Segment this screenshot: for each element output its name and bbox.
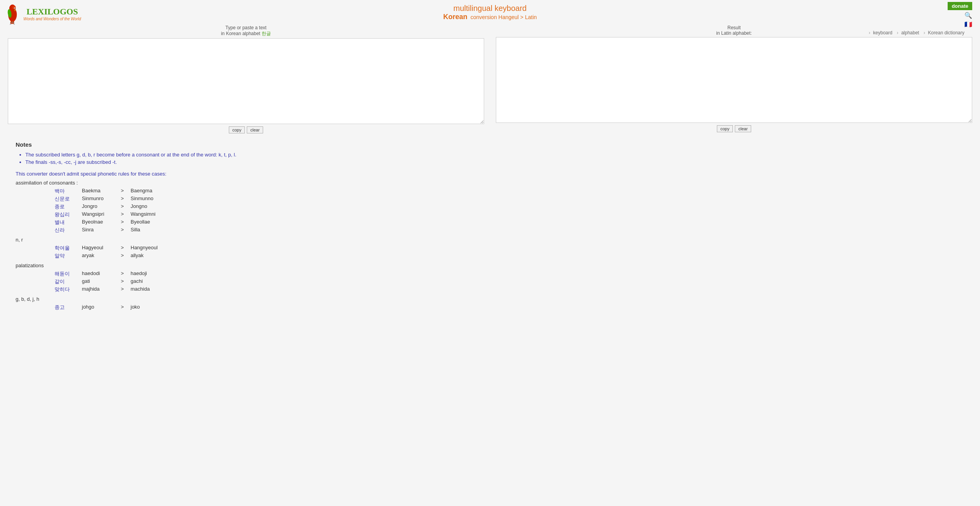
- section-assimilation-label: assimilation of consonants :: [16, 180, 964, 186]
- gbdjh-rows: 종고 johgo > joko: [55, 304, 964, 311]
- logo-text-area: LEXILOGOS Words and Wonders of the World: [23, 7, 81, 21]
- latin-2-1: gati: [82, 278, 121, 285]
- section-palatizations-label: palatizations: [16, 263, 964, 268]
- search-icon[interactable]: 🔍: [964, 12, 972, 19]
- donate-button[interactable]: donate: [948, 2, 972, 10]
- main-area: Type or paste a text in Korean alphabet …: [0, 23, 980, 133]
- korean-1-0: 학여울: [55, 245, 82, 252]
- result-0-5: Silla: [131, 227, 140, 234]
- korean-0-3: 왕십리: [55, 211, 82, 218]
- arrow-2-0: >: [121, 270, 131, 277]
- conv-row: 신문로 Sinmunro > Sinmunno: [55, 195, 964, 202]
- korean-input[interactable]: [8, 38, 484, 124]
- conv-row: 왕십리 Wangsipri > Wangsimni: [55, 211, 964, 218]
- result-3-0: joko: [131, 304, 140, 311]
- nav-separator-1: ›: [869, 30, 870, 36]
- nav-separator-3: ›: [923, 30, 925, 36]
- logo-text: LEXILOGOS: [27, 7, 78, 16]
- title-area: multilingual keyboard Korean conversion …: [0, 4, 980, 21]
- korean-2-2: 맞히다: [55, 286, 82, 293]
- korean-3-0: 종고: [55, 304, 82, 311]
- arrow-0-5: >: [121, 227, 131, 234]
- palatizations-rows: 해돋이 haedodi > haedoji 같이 gati > gachi 맞히…: [55, 270, 964, 293]
- conv-row: 백마 Baekma > Baengma: [55, 188, 964, 195]
- flag-icon: 🇫🇷: [964, 21, 972, 28]
- notes-area: Notes The subscribed letters g, d, b, r …: [0, 133, 980, 326]
- section-assimilation: assimilation of consonants : 백마 Baekma >…: [16, 180, 964, 234]
- arrow-0-0: >: [121, 188, 131, 195]
- conv-row: 맞히다 majhida > machida: [55, 286, 964, 293]
- result-0-2: Jongno: [131, 203, 147, 210]
- arrow-0-4: >: [121, 219, 131, 226]
- korean-0-5: 신라: [55, 227, 82, 234]
- arrow-0-1: >: [121, 195, 131, 202]
- korean-2-0: 해돋이: [55, 270, 82, 277]
- arrow-1-0: >: [121, 245, 131, 252]
- nav-links: › keyboard › alphabet › Korean dictionar…: [869, 30, 972, 36]
- latin-0-0: Baekma: [82, 188, 121, 195]
- left-label-text: in Korean alphabet: [221, 31, 262, 36]
- arrow-2-1: >: [121, 278, 131, 285]
- result-0-0: Baengma: [131, 188, 152, 195]
- result-1-0: Hangnyeoul: [131, 245, 157, 252]
- latin-0-1: Sinmunro: [82, 195, 121, 202]
- result-1-1: allyak: [131, 252, 143, 259]
- latin-1-0: Hagyeoul: [82, 245, 121, 252]
- nav-keyboard[interactable]: keyboard: [873, 30, 892, 36]
- assimilation-rows: 백마 Baekma > Baengma 신문로 Sinmunro > Sinmu…: [55, 188, 964, 234]
- parrot-icon: [4, 2, 21, 25]
- section-nr-label: n, r: [16, 237, 964, 243]
- left-copy-button[interactable]: copy: [229, 126, 245, 133]
- left-panel: Type or paste a text in Korean alphabet …: [8, 25, 484, 133]
- conv-row: 알약 aryak > allyak: [55, 252, 964, 259]
- section-palatizations: palatizations 해돋이 haedodi > haedoji 같이 g…: [16, 263, 964, 293]
- top-right-area: donate 🔍 🇫🇷: [948, 2, 972, 28]
- nav-alphabet[interactable]: alphabet: [901, 30, 919, 36]
- logo-area: LEXILOGOS Words and Wonders of the World: [4, 2, 81, 25]
- latin-0-4: Byeolnae: [82, 219, 121, 226]
- right-clear-button[interactable]: clear: [735, 125, 751, 132]
- korean-2-1: 같이: [55, 278, 82, 285]
- right-label-line1: Result: [496, 25, 972, 30]
- logo-subtitle: Words and Wonders of the World: [23, 17, 81, 21]
- arrow-1-1: >: [121, 252, 131, 259]
- arrow-0-2: >: [121, 203, 131, 210]
- nav-dictionary[interactable]: Korean dictionary: [928, 30, 964, 36]
- conv-row: 별내 Byeolnae > Byeollae: [55, 219, 964, 226]
- latin-0-2: Jongro: [82, 203, 121, 210]
- left-label-line2: in Korean alphabet 한글: [8, 30, 484, 37]
- section-gbdjh-label: g, b, d, j, h: [16, 296, 964, 302]
- result-0-4: Byeollae: [131, 219, 150, 226]
- korean-0-4: 별내: [55, 219, 82, 226]
- right-copy-button[interactable]: copy: [717, 125, 733, 132]
- hangeul-text: 한글: [262, 31, 271, 36]
- latin-0-3: Wangsipri: [82, 211, 121, 218]
- latin-1-1: aryak: [82, 252, 121, 259]
- page-title: multilingual keyboard: [0, 4, 980, 13]
- nr-rows: 학여울 Hagyeoul > Hangnyeoul 알약 aryak > all…: [55, 245, 964, 259]
- page-subtitle-desc: conversion Hangeul > Latin: [471, 14, 537, 21]
- left-label-line1: Type or paste a text: [8, 25, 484, 30]
- note-item-1: The subscribed letters g, d, b, r become…: [25, 152, 964, 158]
- page-subtitle-area: Korean conversion Hangeul > Latin: [0, 13, 980, 21]
- page-subtitle-lang: Korean: [443, 13, 467, 21]
- header: LEXILOGOS Words and Wonders of the World…: [0, 0, 980, 23]
- right-panel: Result in Latin alphabet: copy clear: [496, 25, 972, 133]
- arrow-3-0: >: [121, 304, 131, 311]
- korean-0-2: 종로: [55, 203, 82, 210]
- result-0-3: Wangsimni: [131, 211, 156, 218]
- right-btn-row: copy clear: [496, 125, 972, 132]
- latin-2-2: majhida: [82, 286, 121, 293]
- latin-3-0: johgo: [82, 304, 121, 311]
- latin-output[interactable]: [496, 37, 972, 123]
- notes-title: Notes: [16, 141, 964, 148]
- result-0-1: Sinmunno: [131, 195, 154, 202]
- korean-0-0: 백마: [55, 188, 82, 195]
- conv-row: 학여울 Hagyeoul > Hangnyeoul: [55, 245, 964, 252]
- conv-row: 종고 johgo > joko: [55, 304, 964, 311]
- arrow-2-2: >: [121, 286, 131, 293]
- conv-row: 종로 Jongro > Jongno: [55, 203, 964, 210]
- result-2-2: machida: [131, 286, 150, 293]
- left-clear-button[interactable]: clear: [247, 126, 263, 133]
- left-btn-row: copy clear: [8, 126, 484, 133]
